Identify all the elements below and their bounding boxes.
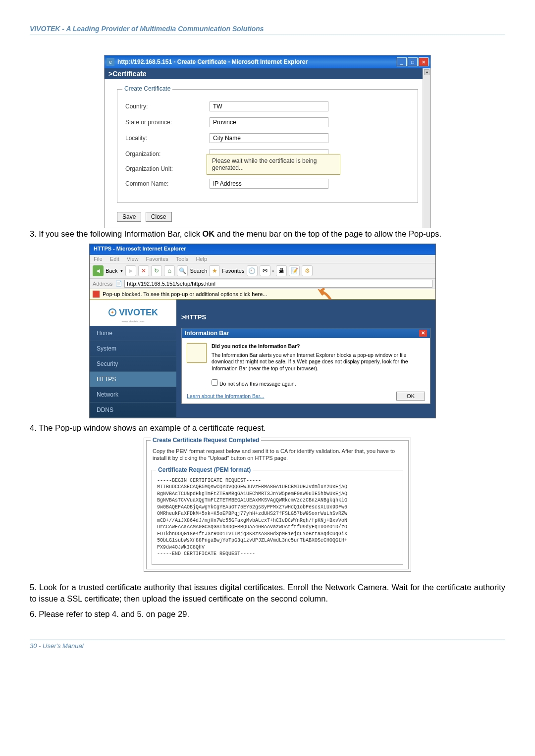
nav-ddns[interactable]: DDNS xyxy=(90,403,176,418)
https-section-header: >HTTPS xyxy=(176,311,435,323)
nav-system[interactable]: System xyxy=(90,341,176,356)
svg-point-1 xyxy=(111,311,113,313)
blocked-icon xyxy=(93,291,100,298)
pem-content: -----BEGIN CERTIFICATE REQUEST----- MIIB… xyxy=(157,475,398,559)
org-label: Organization: xyxy=(125,151,210,157)
nav-home[interactable]: Home xyxy=(90,326,176,341)
cert-request-intro: Copy the PEM format request below and se… xyxy=(152,445,403,467)
menu-edit[interactable]: Edit xyxy=(110,256,119,262)
menu-tools[interactable]: Tools xyxy=(176,256,189,262)
ie-certificate-window: e http://192.168.5.151 - Create Certific… xyxy=(104,55,431,228)
dialog-title: Information Bar xyxy=(185,330,229,337)
maximize-button[interactable]: □ xyxy=(408,57,418,66)
address-input[interactable] xyxy=(124,280,432,288)
search-label[interactable]: Search xyxy=(190,268,207,274)
forward-icon[interactable]: ► xyxy=(125,265,136,276)
state-label: State or province: xyxy=(125,119,210,126)
menu-help[interactable]: Help xyxy=(196,256,207,262)
step3-text: 3. If you see the following Information … xyxy=(30,228,505,240)
org-unit-label: Organization Unit: xyxy=(125,165,210,172)
menu-file[interactable]: File xyxy=(94,256,103,262)
sidebar: VIVOTEK www.vivotek.com Home System Secu… xyxy=(90,300,176,418)
dont-show-label: Do not show this message again. xyxy=(219,381,296,387)
ie2-menubar: File Edit View Favorites Tools Help xyxy=(90,255,435,263)
history-icon[interactable]: 🕘 xyxy=(247,265,258,276)
close-button[interactable]: ✕ xyxy=(419,57,428,66)
state-input[interactable] xyxy=(210,117,328,127)
step6-text: 6. Please refer to step 4. and 5. on pag… xyxy=(30,608,505,620)
menu-view[interactable]: View xyxy=(127,256,139,262)
dialog-heading: Did you notice the Information Bar? xyxy=(212,343,425,350)
back-dropdown-icon[interactable]: ▼ xyxy=(119,269,123,273)
search-icon[interactable]: 🔍 xyxy=(177,265,188,276)
dialog-close-icon[interactable]: ✕ xyxy=(419,330,427,337)
address-label: Address xyxy=(93,281,112,287)
stop-icon[interactable]: ✕ xyxy=(138,265,149,276)
vivotek-tagline: www.vivotek.com xyxy=(90,320,176,323)
close-cert-button[interactable]: Close xyxy=(146,212,172,222)
scroll-up-icon[interactable]: ▴ xyxy=(424,69,429,75)
certificate-request-panel: Create Certificate Request Completed Cop… xyxy=(144,438,411,572)
refresh-icon[interactable]: ↻ xyxy=(151,265,162,276)
ie2-toolbar: ◄ Back ▼ ► ✕ ↻ ⌂ 🔍 Search ★ Favorites 🕘 … xyxy=(90,263,435,279)
locality-label: Locality: xyxy=(125,135,210,142)
step4-text: 4. The Pop-up window shows an example of… xyxy=(30,422,505,434)
favorites-icon[interactable]: ★ xyxy=(209,265,220,276)
edit-icon[interactable]: 📝 xyxy=(289,265,300,276)
country-input[interactable] xyxy=(210,101,328,111)
learn-more-link[interactable]: Learn about the Information Bar... xyxy=(187,393,264,399)
create-cert-legend: Create Certificate xyxy=(122,85,172,92)
cert-request-legend: Create Certificate Request Completed xyxy=(151,437,261,444)
page-footer: 30 - User's Manual xyxy=(30,640,505,650)
certificate-section-header: >Certificate xyxy=(105,68,430,79)
ie-https-window: HTTPS - Microsoft Internet Explorer File… xyxy=(89,244,436,418)
ie1-title: http://192.168.5.151 - Create Certificat… xyxy=(117,58,397,65)
locality-input[interactable] xyxy=(210,133,328,143)
save-button[interactable]: Save xyxy=(117,212,141,222)
dont-show-checkbox[interactable] xyxy=(212,379,218,386)
nav-https[interactable]: HTTPS xyxy=(90,372,176,387)
address-bar: Address 📄 xyxy=(90,279,435,289)
back-icon[interactable]: ◄ xyxy=(93,265,104,276)
infobar-text: Pop-up blocked. To see this pop-up or ad… xyxy=(103,291,267,297)
common-name-input[interactable] xyxy=(210,179,328,189)
step3-suffix: and the menu bar on the top of the page … xyxy=(214,229,441,238)
menu-favorites[interactable]: Favorites xyxy=(146,256,168,262)
common-name-label: Common Name: xyxy=(125,180,210,187)
mail-icon[interactable]: ✉ xyxy=(260,265,270,276)
dialog-body-text: The Information Bar alerts you when Inte… xyxy=(212,352,408,371)
page-icon: 📄 xyxy=(115,280,122,287)
print-icon[interactable]: 🖶 xyxy=(276,265,287,276)
country-label: Country: xyxy=(125,103,210,110)
nav-security[interactable]: Security xyxy=(90,356,176,372)
step3-bold: OK xyxy=(203,229,215,238)
vivotek-eye-icon xyxy=(108,308,117,317)
main-panel: >HTTPS Information Bar ✕ Did you notice … xyxy=(176,300,435,418)
info-dialog-icon xyxy=(187,343,207,363)
ie1-titlebar: e http://192.168.5.151 - Create Certific… xyxy=(105,55,430,68)
discuss-icon[interactable]: ⚙ xyxy=(302,265,313,276)
generating-popup: Please wait while the certificate is bei… xyxy=(207,154,340,175)
pem-legend: Certificate Request (PEM format) xyxy=(156,466,253,473)
nav-network[interactable]: Network xyxy=(90,387,176,403)
step5-text: 5. Look for a trusted certificate author… xyxy=(30,582,505,605)
information-bar-dialog: Information Bar ✕ Did you notice the Inf… xyxy=(181,328,430,404)
ie2-titlebar: HTTPS - Microsoft Internet Explorer xyxy=(90,244,435,255)
scrollbar[interactable]: ▴ xyxy=(423,68,430,228)
home-icon[interactable]: ⌂ xyxy=(164,265,175,276)
page-header: VIVOTEK - A Leading Provider of Multimed… xyxy=(30,25,505,35)
popup-blocked-infobar[interactable]: Pop-up blocked. To see this pop-up or ad… xyxy=(90,289,435,300)
minimize-button[interactable]: _ xyxy=(397,57,407,66)
step3-prefix: 3. If you see the following Information … xyxy=(30,229,203,238)
favorites-label[interactable]: Favorites xyxy=(222,268,244,274)
vivotek-logo: VIVOTEK xyxy=(119,304,158,320)
back-label[interactable]: Back xyxy=(106,268,117,274)
ie-logo-icon: e xyxy=(107,58,114,66)
dialog-ok-button[interactable]: OK xyxy=(396,392,425,401)
